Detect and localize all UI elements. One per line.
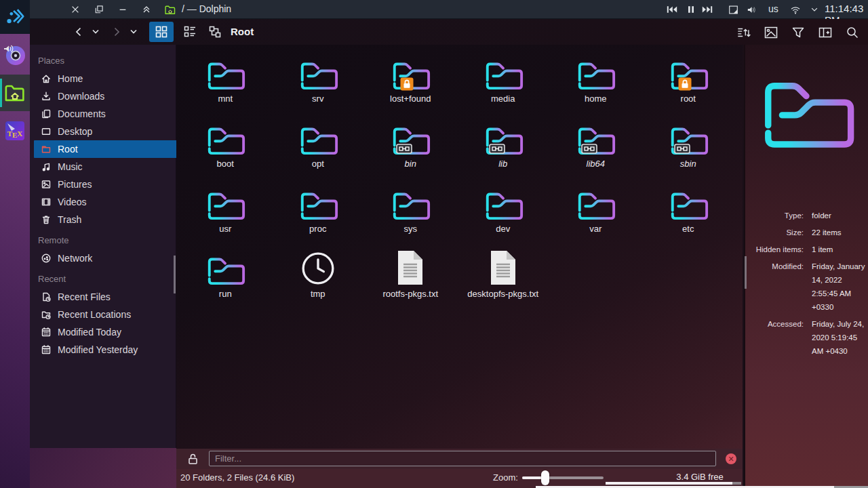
- tray-panel-icon[interactable]: [726, 2, 741, 17]
- sidebar-item-modified-today[interactable]: Modified Today: [30, 323, 176, 341]
- file-item-media[interactable]: media: [457, 56, 550, 121]
- file-item-bin[interactable]: bin: [364, 121, 457, 186]
- link-emblem-icon: [489, 144, 505, 154]
- file-label: srv: [312, 94, 323, 104]
- information-panel: Type:folderSize:22 itemsHidden items:1 i…: [744, 45, 868, 488]
- sort-order-icon[interactable]: [736, 24, 752, 41]
- file-grid: mntsrvlost+foundmediahomerootbootoptbinl…: [179, 56, 734, 316]
- shade-window-icon[interactable]: [139, 2, 154, 17]
- media-previous-icon[interactable]: [665, 2, 679, 17]
- sidebar-item-label: Home: [58, 73, 83, 84]
- sidebar-item-network[interactable]: Network: [30, 249, 176, 267]
- file-label: sbin: [680, 159, 696, 169]
- sidebar-item-home[interactable]: Home: [30, 70, 176, 87]
- filter-lock-icon[interactable]: [187, 453, 199, 465]
- sidebar-item-music[interactable]: Music: [30, 158, 176, 176]
- metadata-value: 1 item: [812, 243, 867, 256]
- forward-history-chevron-icon[interactable]: [129, 28, 140, 39]
- folder-icon: [667, 121, 709, 156]
- file-item-usr[interactable]: usr: [179, 186, 272, 251]
- sidebar-item-pictures[interactable]: Pictures: [30, 176, 176, 193]
- file-label: media: [491, 94, 515, 104]
- metadata-row-accessed: Accessed:Friday, July 24, 2020 5:19:45 A…: [751, 317, 867, 358]
- dock-item-app-launcher[interactable]: [0, 0, 30, 34]
- icons-view-button[interactable]: [149, 22, 174, 42]
- file-item-run[interactable]: run: [179, 251, 272, 316]
- file-item-boot[interactable]: boot: [179, 121, 272, 186]
- dock-item-texstudio[interactable]: TEX: [0, 113, 30, 149]
- file-item-rootfs-pkgs-txt[interactable]: rootfs-pkgs.txt: [364, 251, 457, 316]
- filter-toggle-icon[interactable]: [790, 24, 806, 41]
- keyboard-layout-indicator[interactable]: us: [768, 3, 778, 14]
- file-item-desktopfs-pkgs-txt[interactable]: desktopfs-pkgs.txt: [457, 251, 550, 316]
- dolphin-icon: [3, 82, 26, 104]
- breadcrumb-location[interactable]: Root: [231, 26, 254, 37]
- back-history-chevron-icon[interactable]: [91, 28, 102, 39]
- file-item-opt[interactable]: opt: [272, 121, 365, 186]
- preview-folder-icon: [755, 76, 857, 152]
- titlebar[interactable]: / — Dolphin us 11:14:43 PM: [30, 0, 868, 19]
- sidebar-item-recent-files[interactable]: Recent Files: [30, 288, 176, 306]
- back-button[interactable]: [73, 26, 84, 37]
- folder-icon: [574, 121, 616, 156]
- details-view-button[interactable]: [178, 22, 202, 42]
- sidebar-item-downloads[interactable]: Downloads: [30, 87, 176, 105]
- zoom-slider-handle[interactable]: [541, 470, 549, 485]
- file-item-etc[interactable]: etc: [642, 186, 735, 251]
- file-label: proc: [309, 224, 326, 234]
- folder-icon: [297, 121, 339, 156]
- preview-toggle-icon[interactable]: [763, 24, 779, 41]
- search-icon[interactable]: [844, 24, 861, 41]
- volume-icon[interactable]: [745, 2, 760, 17]
- tree-view-button[interactable]: [203, 22, 226, 42]
- sidebar-item-videos[interactable]: Videos: [30, 193, 176, 211]
- desktop-icon: [41, 126, 52, 137]
- sidebar-item-label: Videos: [58, 197, 87, 207]
- dock: TEX: [0, 0, 30, 488]
- sidebar-item-documents[interactable]: Documents: [30, 105, 176, 123]
- minimize-window-icon[interactable]: [115, 2, 130, 17]
- file-item-mnt[interactable]: mnt: [179, 56, 272, 121]
- file-item-lost-found[interactable]: lost+found: [364, 56, 457, 121]
- split-view-icon[interactable]: [817, 24, 833, 41]
- filter-input[interactable]: [209, 451, 716, 466]
- section-header-remote: Remote: [38, 235, 176, 245]
- link-emblem-icon: [581, 144, 597, 154]
- app-launcher-icon: [5, 7, 25, 27]
- sidebar-item-modified-yesterday[interactable]: Modified Yesterday: [30, 341, 176, 359]
- file-item-root[interactable]: root: [642, 56, 735, 121]
- sidebar-item-label: Root: [58, 144, 78, 155]
- file-item-tmp[interactable]: tmp: [272, 251, 365, 316]
- dock-item-media-player[interactable]: [0, 37, 30, 73]
- folder-view[interactable]: mntsrvlost+foundmediahomerootbootoptbinl…: [176, 45, 743, 449]
- metadata-value: 22 items: [812, 226, 867, 239]
- filter-close-button[interactable]: ✕: [726, 453, 736, 464]
- file-item-home[interactable]: home: [549, 56, 642, 121]
- forward-button[interactable]: [111, 26, 122, 37]
- file-item-lib[interactable]: lib: [457, 121, 550, 186]
- file-item-sys[interactable]: sys: [364, 186, 457, 251]
- sidebar-item-trash[interactable]: Trash: [30, 211, 176, 228]
- file-label: dev: [496, 224, 510, 234]
- file-item-lib64[interactable]: lib64: [549, 121, 642, 186]
- file-item-dev[interactable]: dev: [457, 186, 550, 251]
- media-pause-icon[interactable]: [684, 2, 698, 17]
- sidebar-item-label: Downloads: [58, 91, 104, 102]
- wifi-icon[interactable]: [788, 2, 803, 17]
- sidebar-scrollbar[interactable]: [174, 256, 176, 293]
- close-window-icon[interactable]: [68, 2, 83, 17]
- sidebar-item-desktop[interactable]: Desktop: [30, 123, 176, 140]
- panel-splitter-handle[interactable]: [745, 256, 747, 289]
- file-item-var[interactable]: var: [549, 186, 642, 251]
- file-item-srv[interactable]: srv: [272, 56, 365, 121]
- media-next-icon[interactable]: [700, 2, 715, 17]
- file-item-sbin[interactable]: sbin: [642, 121, 735, 186]
- file-item-proc[interactable]: proc: [272, 186, 365, 251]
- dock-item-dolphin[interactable]: [0, 75, 30, 111]
- sidebar-item-root[interactable]: Root: [34, 140, 178, 158]
- tray-expander-chevron-icon[interactable]: [807, 2, 822, 17]
- desktop: TEX / — Dolphin us: [0, 0, 868, 488]
- maximize-window-icon[interactable]: [92, 2, 106, 17]
- sidebar-item-recent-locations[interactable]: Recent Locations: [30, 306, 176, 323]
- network-icon: [41, 253, 52, 264]
